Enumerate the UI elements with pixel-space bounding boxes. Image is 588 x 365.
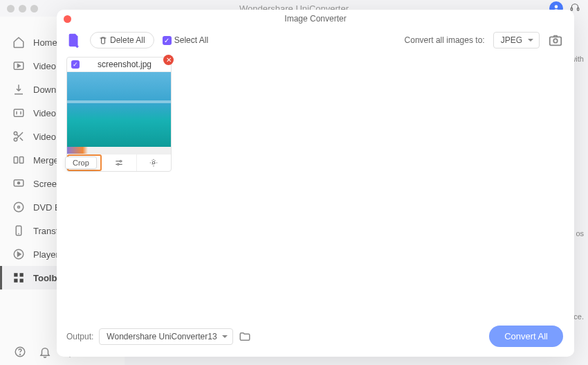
output-path-value: Wondershare UniConverter13 [107, 332, 217, 341]
sliders-icon [114, 158, 124, 168]
svg-point-20 [20, 354, 21, 355]
bell-icon[interactable] [39, 346, 51, 358]
svg-rect-18 [20, 279, 24, 283]
help-icon[interactable] [14, 346, 26, 358]
convert-all-button[interactable]: Convert All [489, 326, 563, 347]
image-converter-dialog: Image Converter Delete All ✓ Select All … [57, 10, 574, 357]
svg-point-25 [118, 163, 119, 165]
download-icon [12, 83, 25, 96]
svg-rect-16 [20, 273, 24, 276]
sidebar-item-label: Player [33, 249, 59, 260]
svg-point-10 [18, 182, 20, 184]
adjust-button[interactable] [102, 154, 136, 171]
svg-point-12 [18, 206, 20, 208]
transfer-icon [12, 224, 25, 237]
format-selected-value: JPEG [501, 35, 522, 45]
video-icon [12, 60, 25, 72]
svg-point-24 [120, 161, 121, 162]
compress-icon [12, 107, 25, 119]
svg-rect-8 [20, 157, 24, 163]
select-all-checkbox[interactable]: ✓ Select All [163, 35, 208, 45]
dialog-close-button[interactable] [64, 15, 71, 23]
open-folder-button[interactable] [239, 330, 251, 343]
scissors-icon [12, 130, 25, 143]
trash-icon [99, 36, 107, 44]
thumbnail-filename: screenshot.jpg [82, 60, 167, 69]
svg-point-5 [14, 132, 17, 135]
play-icon [12, 248, 25, 260]
sidebar-item-label: Home [33, 37, 57, 48]
disc-icon [12, 201, 25, 213]
thumbnail-preview [67, 72, 171, 147]
svg-point-0 [555, 5, 558, 8]
camera-settings-icon[interactable] [548, 33, 563, 48]
svg-rect-15 [14, 273, 17, 276]
svg-rect-2 [578, 8, 579, 10]
output-format-select[interactable]: JPEG [493, 32, 540, 48]
output-label: Output: [66, 332, 93, 341]
svg-rect-17 [14, 279, 17, 283]
svg-rect-22 [550, 37, 562, 45]
dialog-title: Image Converter [57, 11, 574, 24]
delete-all-button[interactable]: Delete All [90, 32, 154, 48]
bg-text: os [576, 229, 584, 238]
grid-icon [12, 271, 25, 284]
select-all-label: Select All [174, 35, 208, 45]
settings-icon [149, 158, 158, 168]
delete-all-label: Delete All [110, 35, 145, 45]
thumbnail-checkbox[interactable]: ✓ [71, 60, 80, 69]
crop-tooltip: Crop [65, 157, 97, 169]
effects-button[interactable] [137, 154, 171, 171]
add-file-button[interactable] [66, 33, 82, 48]
merge-icon [12, 154, 25, 166]
home-icon [12, 36, 25, 48]
image-thumbnail-card[interactable]: ✓ screenshot.jpg ✕ [66, 57, 172, 172]
checkbox-checked-icon: ✓ [163, 36, 172, 45]
convert-all-label: Convert All [504, 331, 548, 341]
svg-point-11 [14, 202, 24, 212]
thumbnail-delete-button[interactable]: ✕ [163, 55, 174, 65]
svg-point-6 [14, 138, 17, 141]
svg-rect-4 [14, 109, 24, 117]
svg-point-26 [153, 161, 156, 164]
output-path-select[interactable]: Wondershare UniConverter13 [99, 328, 232, 345]
svg-rect-7 [14, 157, 17, 163]
thumbnail-seekbar [67, 147, 171, 154]
convert-to-label: Convert all images to: [405, 35, 485, 45]
record-icon [12, 177, 25, 190]
svg-point-23 [553, 39, 558, 43]
